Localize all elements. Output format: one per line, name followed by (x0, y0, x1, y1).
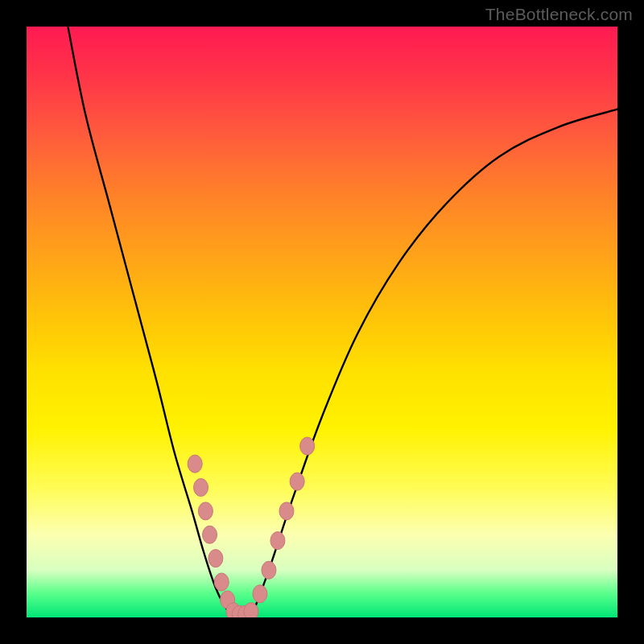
marker-layer (188, 437, 314, 617)
marker-dot (300, 437, 315, 455)
marker-dot (262, 561, 276, 579)
bottleneck-curve (68, 27, 617, 617)
marker-dot (208, 550, 223, 568)
marker-dot (194, 479, 208, 497)
marker-dot (279, 502, 294, 520)
marker-dot (253, 585, 267, 603)
marker-dot (290, 473, 304, 490)
curve-layer (68, 27, 617, 617)
marker-dot (270, 532, 285, 550)
chart-frame: TheBottleneck.com (0, 0, 644, 644)
chart-svg (27, 27, 617, 617)
watermark-text: TheBottleneck.com (485, 5, 633, 24)
marker-dot (214, 573, 229, 591)
marker-dot (244, 603, 258, 617)
marker-dot (203, 526, 217, 543)
marker-dot (198, 502, 213, 520)
plot-area (27, 27, 617, 617)
marker-dot (188, 455, 202, 473)
